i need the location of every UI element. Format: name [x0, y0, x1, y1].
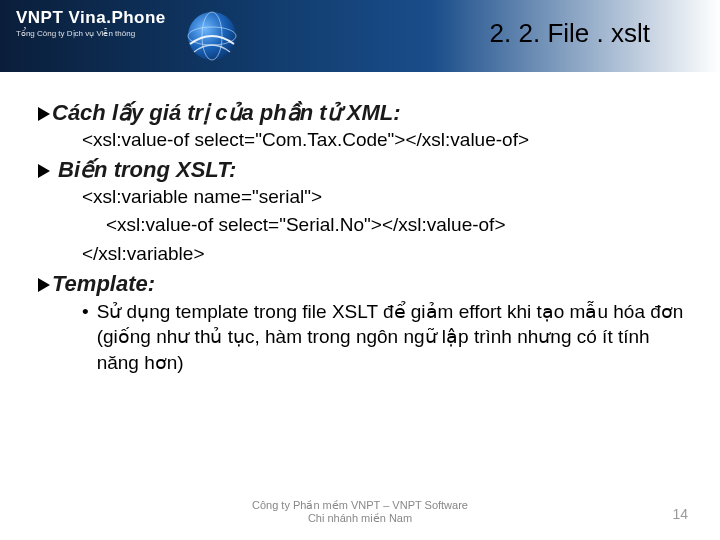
- brand-name: VNPT Vina.Phone: [16, 8, 166, 28]
- bullet-text: Sử dụng template trong file XSLT để giảm…: [97, 299, 692, 376]
- arrow-icon: [38, 278, 50, 292]
- heading-text: Cách lấy giá trị của phần tử XML:: [52, 100, 400, 125]
- footer-line-1: Công ty Phần mềm VNPT – VNPT Software: [0, 499, 720, 513]
- code-line: <xsl:variable name="serial">: [82, 185, 692, 210]
- heading-text: Template:: [52, 271, 155, 296]
- section-heading-template: Template:: [38, 271, 692, 297]
- code-text: <xsl:value-of select="Serial.No"></xsl:v…: [106, 214, 506, 235]
- section-heading-variable: Biến trong XSLT:: [38, 157, 692, 183]
- code-line: <xsl:value-of select="Com.Tax.Code"></xs…: [82, 128, 692, 153]
- page-number: 14: [672, 506, 688, 522]
- brand-tagline: Tổng Công ty Dịch vụ Viễn thông: [16, 29, 166, 38]
- slide-title: 2. 2. File . xslt: [490, 18, 650, 49]
- arrow-icon: [38, 164, 50, 178]
- bullet-icon: •: [82, 299, 89, 376]
- globe-icon: [184, 8, 240, 64]
- section-heading-xml-value: Cách lấy giá trị của phần tử XML:: [38, 100, 692, 126]
- brand-logo: VNPT Vina.Phone Tổng Công ty Dịch vụ Viễ…: [0, 0, 166, 38]
- heading-text: Biến trong XSLT:: [52, 157, 236, 182]
- bullet-item: • Sử dụng template trong file XSLT để gi…: [82, 299, 692, 376]
- slide-content: Cách lấy giá trị của phần tử XML: <xsl:v…: [0, 72, 720, 376]
- slide-header: VNPT Vina.Phone Tổng Công ty Dịch vụ Viễ…: [0, 0, 720, 72]
- footer-line-2: Chi nhánh miền Nam: [0, 512, 720, 526]
- code-line: </xsl:variable>: [82, 242, 692, 267]
- code-line: <xsl:value-of select="Serial.No"></xsl:v…: [82, 213, 692, 238]
- slide-footer: Công ty Phần mềm VNPT – VNPT Software Ch…: [0, 499, 720, 527]
- arrow-icon: [38, 107, 50, 121]
